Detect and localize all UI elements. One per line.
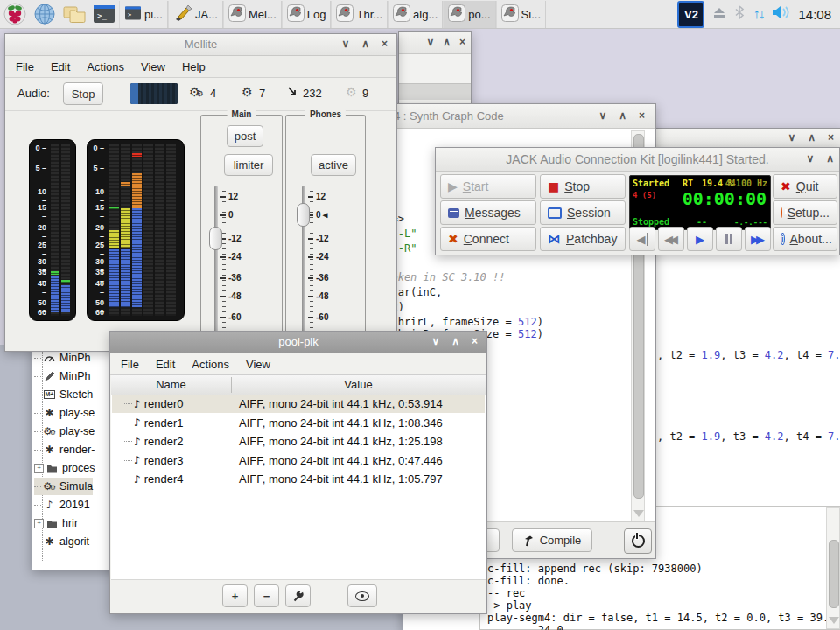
menu-actions[interactable]: Actions	[192, 358, 229, 371]
compile-button[interactable]: Compile	[512, 528, 592, 552]
volume-icon[interactable]	[771, 5, 790, 23]
vnc-tray-icon[interactable]: V2	[677, 1, 704, 28]
limiter-button[interactable]: limiter	[224, 154, 273, 176]
table-header[interactable]: Name Value	[111, 374, 486, 396]
close-button[interactable]: ×	[382, 38, 388, 50]
jack-session-button[interactable]: Session	[540, 200, 626, 225]
tree-item-hrir[interactable]: +hrir	[34, 514, 78, 532]
terminal-icon: >_	[93, 4, 116, 24]
tree-item-label: hrir	[62, 517, 78, 529]
remove-button[interactable]: −	[254, 584, 279, 607]
tree-item-render-[interactable]: ✱render-	[34, 441, 94, 458]
tree-item-play-se[interactable]: ✱play-se	[34, 404, 94, 422]
jack-patchbay-button[interactable]: ⋈ Patchbay	[540, 227, 626, 251]
slider-tick	[220, 296, 226, 298]
main-volume-slider[interactable]	[214, 186, 218, 351]
table-row-render0[interactable]: ♪render0AIFF, mono 24-bit int 44.1 kHz, …	[112, 395, 485, 413]
add-button[interactable]: +	[222, 584, 248, 607]
tree-item-algorit[interactable]: ✱algorit	[34, 533, 89, 550]
view-button[interactable]	[347, 584, 377, 607]
terminal-launcher-button[interactable]: >_	[91, 2, 117, 26]
taskbar-window-alg[interactable]: alg...	[388, 1, 443, 28]
minimize-button[interactable]: ∨	[431, 335, 439, 347]
menu-edit[interactable]: Edit	[156, 358, 175, 371]
taskbar-window-label: pi...	[144, 8, 163, 21]
browser-button[interactable]	[32, 2, 58, 26]
eject-icon[interactable]	[712, 6, 726, 22]
taskbar-window-Log[interactable]: Log	[282, 1, 332, 28]
pool-bottom-bar: + −	[111, 579, 486, 612]
tree-item-play-se[interactable]: ⚙⚙play-se	[34, 423, 94, 440]
meter-bar-orange	[132, 173, 142, 207]
maximize-button[interactable]: ∧	[443, 36, 451, 48]
taskbar-window-Thr[interactable]: Thr...	[331, 1, 388, 28]
menu-button[interactable]	[2, 2, 28, 26]
post-button[interactable]: post	[227, 125, 263, 147]
file-manager-button[interactable]	[61, 2, 88, 26]
close-button[interactable]: ×	[459, 36, 466, 48]
jack-about-button[interactable]: i About...	[773, 227, 837, 251]
network-arrows-icon[interactable]: ↑↓	[752, 6, 763, 22]
active-button[interactable]: active	[311, 154, 356, 176]
tree-item-minph[interactable]: MinPh	[34, 349, 90, 367]
tree-expander-icon[interactable]: +	[34, 519, 44, 528]
menu-file[interactable]: File	[16, 60, 34, 74]
tree-item-proces[interactable]: +proces	[34, 459, 95, 477]
minimize-button[interactable]: ∨	[806, 152, 814, 164]
menu-edit[interactable]: Edit	[51, 60, 70, 74]
maximize-button[interactable]: ∧	[826, 152, 834, 164]
menu-view[interactable]: View	[141, 60, 165, 74]
menu-actions[interactable]: Actions	[87, 60, 124, 74]
tree-item-20191[interactable]: ♪20191	[34, 496, 90, 514]
close-button[interactable]: ×	[472, 335, 478, 347]
taskbar-window-pi[interactable]: >_pi...	[119, 1, 168, 28]
meter-channel	[121, 144, 130, 316]
transport-pause-button[interactable]	[716, 227, 742, 251]
minimize-button[interactable]: ∨	[598, 109, 606, 122]
jack-messages-button[interactable]: Messages	[440, 200, 536, 225]
jack-setup-button[interactable]: Setup...	[773, 200, 837, 225]
taskbar-window-po[interactable]: po...	[443, 1, 495, 28]
maximize-button[interactable]: ∧	[452, 335, 459, 347]
minimize-button[interactable]: ∨	[426, 36, 434, 48]
power-button[interactable]	[624, 528, 652, 554]
transport-forward-button[interactable]: ▶▶	[745, 227, 771, 251]
transport-play-button[interactable]: ▶	[687, 227, 713, 251]
bluetooth-icon[interactable]	[734, 5, 745, 23]
tree-item-label: play-se	[60, 425, 94, 438]
tree-item-minph[interactable]: MinPh	[34, 368, 90, 385]
jack-start-button[interactable]: ▶ Start	[440, 174, 536, 199]
audio-stop-button[interactable]: Stop	[63, 82, 103, 105]
jack-stop-button[interactable]: ■ Stop	[540, 174, 626, 199]
phones-slider-handle[interactable]	[297, 203, 310, 227]
terminal-log-scrollbar[interactable]	[826, 508, 840, 629]
table-row-render2[interactable]: ♪render2AIFF, mono 24-bit int 44.1 kHz, …	[112, 432, 485, 451]
maximize-button[interactable]: ∧	[619, 109, 626, 122]
table-row-render1[interactable]: ♪render1AIFF, mono 24-bit int 44.1 kHz, …	[112, 414, 485, 432]
minimize-button[interactable]: ∨	[341, 38, 349, 50]
transport-rewind-button[interactable]: ◀◀	[658, 227, 684, 251]
tree-expander-icon[interactable]: +	[34, 464, 44, 473]
column-value: Value	[231, 378, 486, 391]
taskbar-window-Si[interactable]: Si...	[496, 1, 546, 28]
taskbar-window-JA[interactable]: JA...	[168, 1, 223, 28]
transport-rewind-start-button[interactable]: ◀	[629, 227, 655, 251]
table-row-render3[interactable]: ♪render3AIFF, mono 24-bit int 44.1 kHz, …	[112, 452, 485, 470]
close-button[interactable]: ×	[639, 109, 645, 122]
clock[interactable]: 14:08	[798, 7, 831, 22]
maximize-button[interactable]: ∧	[808, 131, 816, 144]
edit-button[interactable]	[285, 584, 311, 607]
main-slider-handle[interactable]	[209, 227, 222, 250]
jack-quit-button[interactable]: ✖ Quit	[773, 174, 837, 199]
tree-item-simula[interactable]: ⚙⚙Simula	[34, 478, 93, 495]
close-button[interactable]: ×	[828, 131, 834, 144]
taskbar-window-Mel[interactable]: Mel...	[223, 1, 282, 28]
menu-view[interactable]: View	[246, 358, 270, 371]
menu-help[interactable]: Help	[182, 60, 206, 74]
menu-file[interactable]: File	[121, 358, 139, 371]
tree-item-sketch[interactable]: M+Sketch	[34, 386, 93, 403]
jack-connect-button[interactable]: ✖ Connect	[440, 227, 536, 251]
maximize-button[interactable]: ∧	[361, 38, 369, 50]
table-row-render4[interactable]: ♪render4AIFF, mono 24-bit int 44.1 kHz, …	[112, 470, 485, 488]
minimize-button[interactable]: ∨	[788, 131, 795, 144]
